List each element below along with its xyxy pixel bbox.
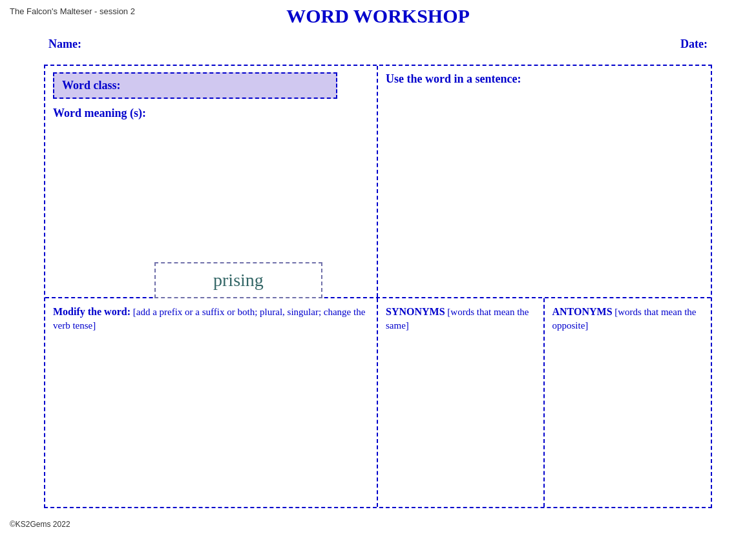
synonyms-bold: SYNONYMS: [386, 306, 445, 317]
name-label: Name:: [48, 37, 81, 51]
word-class-box: Word class:: [53, 72, 337, 99]
page-title: WORD WORKSHOP: [0, 5, 756, 27]
main-container: Word class: Word meaning (s): prising Us…: [44, 65, 712, 508]
center-word-box: prising: [154, 262, 322, 298]
date-label: Date:: [680, 37, 708, 51]
bottom-section: Modify the word: [add a prefix or a suff…: [45, 298, 711, 507]
modify-word-heading: Modify the word: [add a prefix or a suff…: [53, 305, 369, 333]
center-word-text: prising: [213, 270, 264, 290]
synonyms-panel: SYNONYMS [words that mean the same]: [378, 298, 545, 507]
antonyms-bold: ANTONYMS: [552, 306, 613, 317]
modify-word-bold: Modify the word:: [53, 306, 131, 317]
modify-word-panel: Modify the word: [add a prefix or a suff…: [45, 298, 378, 507]
name-date-row: Name: Date:: [48, 37, 708, 51]
top-left-panel: Word class: Word meaning (s): prising: [45, 66, 378, 297]
copyright-text: ©KS2Gems 2022: [10, 520, 70, 529]
word-class-label: Word class:: [62, 79, 121, 92]
top-right-panel: Use the word in a sentence:: [378, 66, 711, 297]
antonyms-panel: ANTONYMS [words that mean the opposite]: [545, 298, 711, 507]
use-sentence-label: Use the word in a sentence:: [386, 72, 703, 86]
top-section: Word class: Word meaning (s): prising Us…: [45, 66, 711, 298]
synonyms-heading: SYNONYMS [words that mean the same]: [386, 305, 536, 333]
antonyms-heading: ANTONYMS [words that mean the opposite]: [552, 305, 704, 333]
word-meaning-label: Word meaning (s):: [53, 107, 369, 120]
